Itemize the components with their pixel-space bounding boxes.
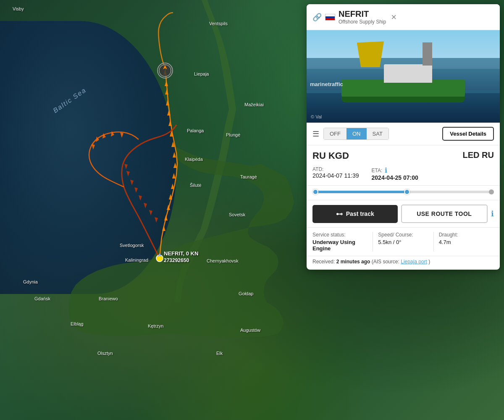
progress-end [489,189,494,194]
toggle-off[interactable]: OFF [324,128,346,139]
map-toggle: OFF ON SAT [323,128,389,140]
toggle-on[interactable]: ON [346,128,367,139]
vessel-details-button[interactable]: Vessel Details [442,127,494,141]
atd-label: ATD: [312,166,359,172]
ship-name: NEFRIT [339,9,369,18]
draught-label: Draught: [439,232,494,238]
close-button[interactable]: × [389,12,398,23]
draught-value: 4.7m [439,239,494,245]
progress-section: → [307,186,500,200]
route-tool-info-icon[interactable]: ℹ [491,209,494,218]
eta-block: ETA: ℹ 2024-04-25 07:00 [372,166,418,181]
eta-label: ETA: [372,168,383,173]
eta-value: 2024-04-25 07:00 [372,174,418,181]
received-label: Received: [312,259,335,265]
link-icon[interactable]: 🔗 [312,13,322,22]
past-track-label: Past track [346,210,374,217]
received-time: 2 minutes ago [336,259,370,265]
service-status-col: Service status: Underway Using Engine [312,232,373,252]
progress-start [312,189,318,195]
service-value: Underway Using Engine [312,239,368,252]
service-label: Service status: [312,232,368,238]
atd-value: 2024-04-07 11:39 [312,172,359,179]
route-section: RU KGD LED RU [307,145,500,164]
ais-label: (AIS source: [372,259,401,265]
progress-current [404,189,410,195]
received-section: Received: 2 minutes ago (AIS source: Lie… [307,256,500,270]
progress-track[interactable]: → [312,191,494,193]
past-track-button[interactable]: ⊷ Past track [312,205,398,223]
route-tool-button[interactable]: USE ROUTE TOOL [401,205,488,223]
ship-info-card: 🔗 NEFRIT Offshore Supply Ship × marinetr… [307,4,500,270]
speed-value: 5.5kn / 0° [378,239,433,245]
atd-block: ATD: 2024-04-07 11:39 [312,166,359,181]
russia-flag [325,14,335,21]
status-section: Service status: Underway Using Engine Sp… [307,228,500,256]
route-destination: LED RU [463,150,494,160]
hamburger-icon[interactable]: ☰ [312,129,319,139]
marinetraffic-watermark: marinetraffic [310,81,343,87]
card-controls: ☰ OFF ON SAT Vessel Details [307,123,500,145]
past-track-icon: ⊷ [336,210,343,218]
draught-col: Draught: 4.7m [433,232,494,252]
photo-credit: © Val [311,114,322,119]
ais-source-link[interactable]: Liepaja port [401,259,427,265]
route-origin: RU KGD [312,150,349,161]
ship-type: Offshore Supply Ship [339,19,386,25]
speed-col: Speed/ Course: 5.5kn / 0° [373,232,433,252]
ship-name-block: NEFRIT Offshore Supply Ship [339,9,386,25]
toggle-sat[interactable]: SAT [367,128,388,139]
timing-section: ATD: 2024-04-07 11:39 ETA: ℹ 2024-04-25 … [307,164,500,186]
ship-image: marinetraffic © Val [307,30,500,123]
speed-label: Speed/ Course: [378,232,433,238]
eta-info-icon[interactable]: ℹ [385,166,387,174]
card-header: 🔗 NEFRIT Offshore Supply Ship × [307,4,500,30]
action-buttons: ⊷ Past track USE ROUTE TOOL ℹ [307,200,500,228]
